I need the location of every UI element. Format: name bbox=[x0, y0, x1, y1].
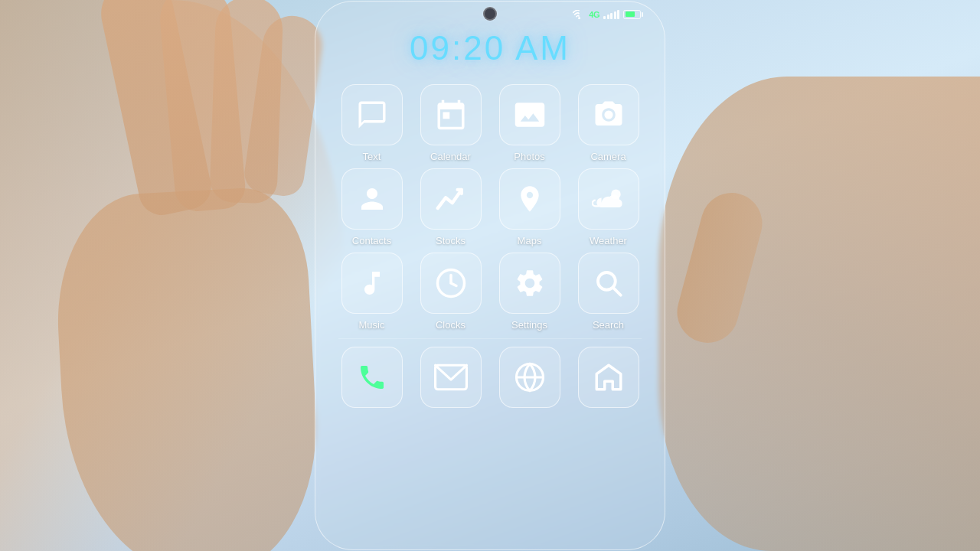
text-icon bbox=[356, 99, 388, 131]
phone-icon bbox=[357, 362, 387, 393]
settings-icon bbox=[514, 267, 546, 299]
app-text[interactable]: Text bbox=[341, 84, 403, 162]
weather-icon bbox=[592, 184, 626, 214]
safari-icon-box[interactable] bbox=[499, 347, 560, 408]
weather-icon-box[interactable] bbox=[578, 168, 639, 230]
stocks-icon bbox=[435, 184, 467, 214]
globe-icon bbox=[514, 361, 546, 393]
contacts-icon bbox=[356, 183, 388, 215]
stocks-label: Stocks bbox=[436, 235, 466, 246]
mail-icon-box[interactable] bbox=[420, 347, 482, 408]
photos-label: Photos bbox=[514, 151, 544, 162]
signal-bars bbox=[603, 9, 619, 19]
status-right: 4G bbox=[573, 9, 643, 19]
maps-icon bbox=[514, 184, 545, 214]
calendar-label: Calendar bbox=[430, 151, 471, 162]
time-display: 09:20 AM bbox=[315, 23, 665, 84]
text-label: Text bbox=[363, 151, 381, 162]
clocks-label: Clocks bbox=[436, 319, 466, 331]
contacts-icon-box[interactable] bbox=[341, 168, 403, 230]
search-icon bbox=[593, 267, 625, 299]
maps-label: Maps bbox=[518, 235, 542, 246]
dock-safari[interactable] bbox=[499, 347, 560, 408]
camera-icon bbox=[593, 99, 625, 131]
home-icon-box[interactable] bbox=[578, 347, 639, 408]
photos-icon-box[interactable] bbox=[499, 84, 560, 145]
music-label: Music bbox=[359, 319, 385, 331]
camera-label: Camera bbox=[590, 151, 626, 162]
wifi-icon bbox=[573, 10, 585, 19]
dock-phone[interactable] bbox=[341, 347, 403, 408]
photos-icon bbox=[514, 99, 546, 131]
music-icon-box[interactable] bbox=[341, 253, 403, 314]
app-search[interactable]: Search bbox=[578, 253, 639, 331]
maps-icon-box[interactable] bbox=[499, 168, 560, 230]
search-icon-box[interactable] bbox=[578, 253, 639, 314]
app-photos[interactable]: Photos bbox=[499, 84, 560, 162]
calendar-icon-box[interactable] bbox=[420, 84, 482, 145]
phone-frame: 4G 09:20 AM bbox=[315, 1, 665, 550]
bottom-dock bbox=[315, 347, 665, 408]
app-maps[interactable]: Maps bbox=[499, 168, 560, 246]
clocks-icon bbox=[435, 267, 467, 299]
app-clocks[interactable]: Clocks bbox=[420, 253, 482, 331]
dock-separator bbox=[338, 338, 642, 339]
front-camera bbox=[483, 7, 497, 21]
phone-screen: 4G 09:20 AM bbox=[315, 1, 665, 550]
app-row-2: Contacts Stocks Maps bbox=[315, 168, 665, 246]
status-bar: 4G bbox=[315, 2, 665, 23]
app-row-1: Text Calendar Photos bbox=[315, 84, 665, 162]
app-stocks[interactable]: Stocks bbox=[420, 168, 482, 246]
music-icon bbox=[357, 268, 387, 298]
clocks-icon-box[interactable] bbox=[420, 253, 482, 314]
network-type: 4G bbox=[589, 10, 599, 19]
home-icon bbox=[593, 361, 625, 393]
left-palm bbox=[51, 185, 324, 551]
calendar-icon bbox=[435, 99, 467, 131]
text-icon-box[interactable] bbox=[341, 84, 403, 145]
time-text: 09:20 AM bbox=[410, 29, 570, 67]
settings-icon-box[interactable] bbox=[499, 253, 560, 314]
app-contacts[interactable]: Contacts bbox=[341, 168, 403, 246]
settings-label: Settings bbox=[511, 319, 547, 331]
camera-icon-box[interactable] bbox=[578, 84, 639, 145]
app-camera[interactable]: Camera bbox=[578, 84, 639, 162]
dock-mail[interactable] bbox=[420, 347, 482, 408]
contacts-label: Contacts bbox=[352, 235, 391, 246]
weather-label: Weather bbox=[590, 235, 627, 246]
search-label: Search bbox=[593, 319, 624, 331]
app-settings[interactable]: Settings bbox=[499, 253, 560, 331]
battery-icon bbox=[623, 10, 643, 19]
app-row-3: Music Clocks Settings bbox=[315, 253, 665, 331]
svg-line-3 bbox=[613, 288, 621, 295]
app-music[interactable]: Music bbox=[341, 253, 403, 331]
app-weather[interactable]: Weather bbox=[578, 168, 639, 246]
phone-icon-box[interactable] bbox=[341, 347, 403, 408]
stocks-icon-box[interactable] bbox=[420, 168, 482, 230]
right-hand bbox=[658, 77, 980, 551]
dock-home-app[interactable] bbox=[578, 347, 639, 408]
app-calendar[interactable]: Calendar bbox=[420, 84, 482, 162]
mail-icon bbox=[434, 364, 468, 391]
